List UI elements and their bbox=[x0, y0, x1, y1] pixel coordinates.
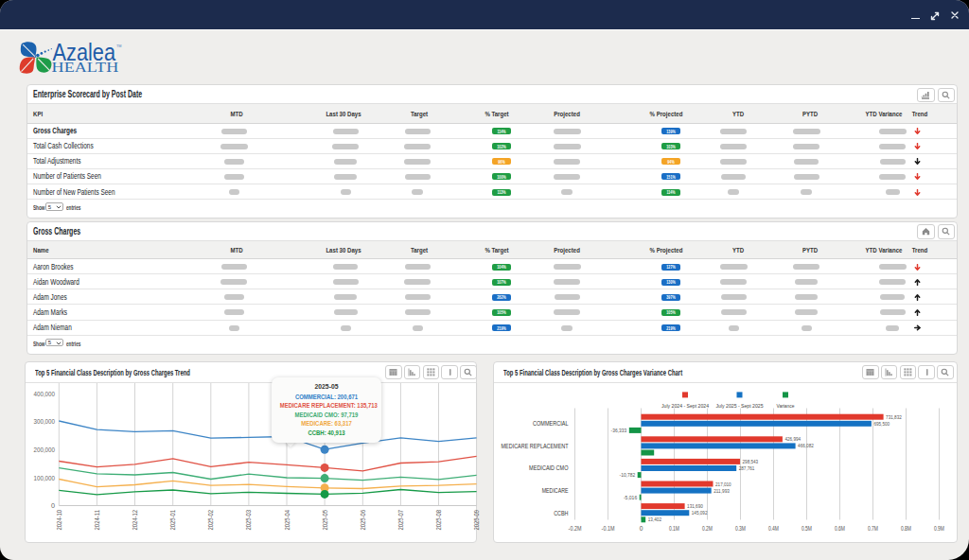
svg-text:-36,333: -36,333 bbox=[611, 428, 627, 433]
svg-text:2025-04: 2025-04 bbox=[284, 510, 291, 531]
svg-text:145,092: 145,092 bbox=[692, 510, 708, 516]
svg-text:13,402: 13,402 bbox=[648, 516, 661, 522]
svg-text:0.2M: 0.2M bbox=[702, 525, 713, 532]
svg-text:Variance: Variance bbox=[777, 402, 795, 409]
svg-text:2024-10: 2024-10 bbox=[56, 510, 62, 531]
svg-text:100,000: 100,000 bbox=[34, 474, 56, 482]
svg-text:0.3M: 0.3M bbox=[735, 525, 746, 532]
svg-text:466,082: 466,082 bbox=[798, 443, 814, 448]
svg-text:2025-05: 2025-05 bbox=[322, 510, 328, 531]
svg-text:July 2024 - Sept 2024: July 2024 - Sept 2024 bbox=[661, 402, 709, 409]
svg-text:131,690: 131,690 bbox=[687, 503, 703, 509]
svg-text:695,500: 695,500 bbox=[873, 421, 890, 427]
svg-text:-0.1M: -0.1M bbox=[602, 525, 615, 532]
svg-text:0.6M: 0.6M bbox=[835, 525, 845, 532]
svg-text:400,000: 400,000 bbox=[34, 390, 56, 398]
svg-text:MEDICAID CMO: MEDICAID CMO bbox=[529, 464, 569, 472]
svg-text:TM: TM bbox=[116, 44, 121, 48]
svg-text:2025-08: 2025-08 bbox=[435, 510, 442, 531]
svg-text:0: 0 bbox=[51, 501, 55, 510]
svg-text:-0.2M: -0.2M bbox=[569, 525, 582, 532]
svg-text:731,832: 731,832 bbox=[886, 414, 902, 420]
svg-text:426,994: 426,994 bbox=[784, 436, 801, 442]
svg-text:300,000: 300,000 bbox=[34, 417, 56, 426]
svg-text:0.7M: 0.7M bbox=[868, 525, 878, 532]
svg-text:MEDICARE REPLACEMENT: MEDICARE REPLACEMENT bbox=[502, 442, 569, 450]
svg-text:211,993: 211,993 bbox=[714, 488, 730, 494]
svg-text:2025-07: 2025-07 bbox=[397, 510, 404, 531]
svg-text:0.8M: 0.8M bbox=[901, 525, 911, 532]
svg-text:HEALTH: HEALTH bbox=[52, 60, 119, 75]
svg-text:2025-01: 2025-01 bbox=[169, 510, 176, 531]
svg-text:MEDICARE: MEDICARE bbox=[542, 486, 569, 495]
svg-text:-5,016: -5,016 bbox=[624, 495, 637, 500]
svg-text:0.4M: 0.4M bbox=[768, 525, 779, 532]
svg-text:July 2025 - Sept 2025: July 2025 - Sept 2025 bbox=[716, 402, 764, 409]
svg-text:2024-11: 2024-11 bbox=[94, 510, 100, 531]
svg-text:2025-06: 2025-06 bbox=[360, 510, 366, 531]
svg-text:2025-03: 2025-03 bbox=[245, 510, 252, 531]
svg-text:298,543: 298,543 bbox=[743, 459, 759, 464]
svg-text:0.9M: 0.9M bbox=[934, 525, 944, 532]
svg-text:0.5M: 0.5M bbox=[802, 525, 812, 532]
svg-text:0.1M: 0.1M bbox=[669, 525, 679, 532]
svg-text:2025-09: 2025-09 bbox=[473, 510, 480, 531]
svg-text:COMMERCIAL: COMMERCIAL bbox=[533, 419, 568, 428]
svg-text:0: 0 bbox=[640, 525, 643, 532]
svg-text:217,010: 217,010 bbox=[715, 481, 731, 487]
svg-text:-10,782: -10,782 bbox=[620, 472, 636, 478]
svg-text:287,761: 287,761 bbox=[739, 465, 755, 471]
svg-text:2025-02: 2025-02 bbox=[207, 510, 214, 531]
svg-text:200,000: 200,000 bbox=[34, 446, 56, 454]
svg-text:CCBH: CCBH bbox=[554, 509, 568, 517]
svg-text:2024-12: 2024-12 bbox=[132, 510, 138, 531]
